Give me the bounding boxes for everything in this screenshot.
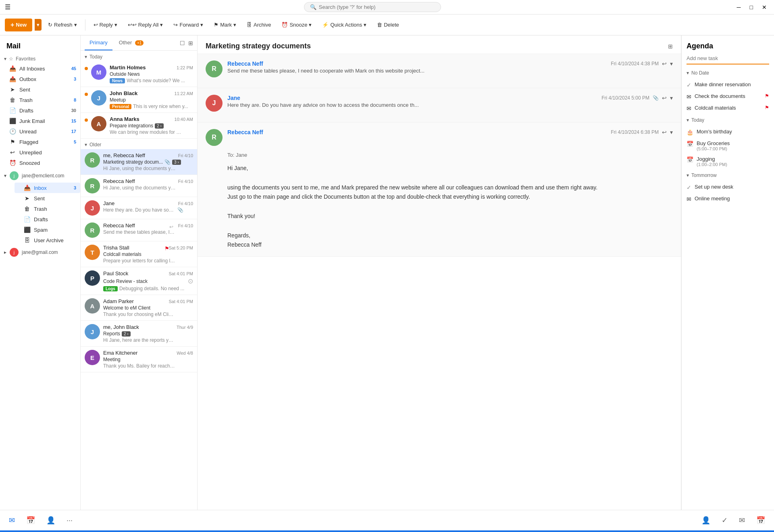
nav-calendar-button[interactable]: 📅 xyxy=(24,513,37,527)
thread-expand-button[interactable]: ▾ xyxy=(670,129,673,135)
agenda-item-text: Coldcall materials xyxy=(695,105,762,111)
delete-icon: 🗑 xyxy=(377,22,382,28)
right-mail-button[interactable]: ✉ xyxy=(737,513,747,527)
thread-expand-button[interactable]: ▾ xyxy=(670,95,673,101)
thread-reply-button[interactable]: ↩ xyxy=(662,129,667,135)
agenda-add-task[interactable] xyxy=(687,55,769,64)
snooze-button[interactable]: ⏰ Snooze ▾ xyxy=(277,19,316,30)
quick-actions-button[interactable]: ⚡ Quick Actions ▾ xyxy=(318,19,370,30)
maximize-button[interactable]: □ xyxy=(747,3,755,11)
chevron-down-icon: ▾ xyxy=(85,142,87,148)
sidebar-item-all-inboxes[interactable]: 📥 All Inboxes 45 xyxy=(0,63,80,74)
thread-reply-button[interactable]: ↩ xyxy=(662,95,667,101)
nav-contacts-button[interactable]: 👤 xyxy=(44,513,58,527)
agenda-section-today[interactable]: ▾ Today xyxy=(687,117,769,123)
new-label: New xyxy=(16,22,27,28)
sidebar-item-outbox[interactable]: 📤 Outbox 3 xyxy=(0,74,80,84)
email-time: 1:22 PM xyxy=(177,65,193,70)
sidebar-item-account1-sent[interactable]: ➤ Sent xyxy=(15,193,80,204)
email-content: me, John Black Thur 4/9 Reports 2 › Hi J… xyxy=(103,324,193,343)
refresh-button[interactable]: ↻ Refresh ▾ xyxy=(44,19,81,30)
select-all-button[interactable]: ☐ xyxy=(180,40,185,46)
sidebar-item-junk[interactable]: ⬛ Junk Email 15 xyxy=(0,116,80,126)
email-item[interactable]: P Paul Stock Sat 4:01 PM Code Review - s… xyxy=(81,267,197,295)
sidebar-item-trash[interactable]: 🗑 Trash 8 xyxy=(0,95,80,105)
delete-button[interactable]: 🗑 Delete xyxy=(373,19,403,30)
sidebar-item-unread[interactable]: 🕐 Unread 17 xyxy=(0,126,80,137)
favorites-header[interactable]: ▾ ☆ Favorites xyxy=(0,54,80,63)
thread-sender: Rebecca Neff xyxy=(227,60,263,67)
sidebar-item-unreplied[interactable]: ↩ Unreplied xyxy=(0,147,80,158)
reply-button[interactable]: ↩ Reply ▾ xyxy=(89,19,121,30)
agenda-section-label: Tommorrow xyxy=(691,172,717,178)
sidebar-item-sent[interactable]: ➤ Sent xyxy=(0,84,80,95)
search-input[interactable] xyxy=(319,4,432,10)
right-tasks-button[interactable]: ✓ xyxy=(719,513,730,527)
sidebar-item-account1-drafts[interactable]: 📄 Drafts xyxy=(15,214,80,224)
email-item[interactable]: J Jane Fri 4/10 Here they are. Do you ha… xyxy=(81,197,197,219)
email-content: Adam Parker Sat 4:01 PM Welcome to eM Cl… xyxy=(103,298,193,317)
agenda-section-label: Today xyxy=(691,117,704,123)
mark-chevron: ▾ xyxy=(233,22,236,28)
email-item[interactable]: M Martin Holmes 1:22 PM Outside News New… xyxy=(81,61,197,87)
agenda-section-tomorrow[interactable]: ▾ Tommorrow xyxy=(687,172,769,178)
unread-dot xyxy=(85,118,88,122)
tab-primary[interactable]: Primary xyxy=(85,35,112,50)
new-button[interactable]: + New xyxy=(5,19,32,31)
reply-all-button[interactable]: ↩↩ Reply All ▾ xyxy=(124,19,167,30)
sidebar-item-flagged[interactable]: ⚑ Flagged 5 xyxy=(0,137,80,147)
agenda-section-no-date[interactable]: ▾ No Date xyxy=(687,70,769,76)
filter-button[interactable]: ⊞ xyxy=(188,40,193,46)
email-viewer: Marketing strategy documents ⊞ R Rebecca… xyxy=(198,35,681,510)
new-dropdown-arrow[interactable]: ▾ xyxy=(35,19,42,31)
account-jane-emclient[interactable]: ▾ j jane@emclient.com xyxy=(0,169,80,183)
right-contacts-button[interactable]: 👤 xyxy=(699,513,713,527)
refresh-icon: ↻ xyxy=(48,22,52,28)
forward-button[interactable]: ↪ Forward ▾ xyxy=(169,19,207,30)
account-jane-gmail[interactable]: ▸ j jane@gmail.com xyxy=(0,245,80,259)
minimize-button[interactable]: ─ xyxy=(734,3,743,11)
title-bar-left: ☰ xyxy=(5,3,10,11)
favorites-star-icon: ☆ xyxy=(9,56,13,62)
flag-icon: ⚑ xyxy=(765,105,769,110)
search-bar[interactable]: 🔍 xyxy=(304,2,441,12)
thread-reply-button[interactable]: ↩ xyxy=(662,60,667,67)
sidebar-item-label: Spam xyxy=(34,227,76,233)
sidebar-item-account1-trash[interactable]: 🗑 Trash xyxy=(15,204,80,214)
thread-preview: Here they are. Do you have any advice on… xyxy=(227,101,673,109)
sidebar-item-account1-spam[interactable]: ⬛ Spam xyxy=(15,224,80,235)
tab-other[interactable]: Other +1 xyxy=(114,35,149,50)
email-task-icon: ✉ xyxy=(687,196,691,202)
email-item[interactable]: J me, John Black Thur 4/9 Reports 2 › Hi… xyxy=(81,321,197,347)
sidebar-item-drafts[interactable]: 📄 Drafts 30 xyxy=(0,105,80,116)
archive-button[interactable]: 🗄 Archive xyxy=(243,19,275,30)
right-calendar-button[interactable]: 📅 xyxy=(754,513,768,527)
agenda-title: Agenda xyxy=(687,42,769,50)
email-item[interactable]: J John Black 11:22 AM Meetup Personal Th… xyxy=(81,87,197,113)
email-time: 10:40 AM xyxy=(175,117,193,122)
close-button[interactable]: ✕ xyxy=(759,3,769,11)
email-time: 11:22 AM xyxy=(175,91,193,96)
agenda-item: ✉ Online meeting xyxy=(687,193,769,205)
mark-button[interactable]: ⚑ Mark ▾ xyxy=(210,19,240,30)
reply-indicator: ↩ xyxy=(169,224,173,230)
email-item[interactable]: A Anna Marks 10:40 AM Prepare integratio… xyxy=(81,113,197,139)
sidebar-item-inbox[interactable]: 📥 Inbox 3 xyxy=(15,183,80,193)
nav-more-button[interactable]: ··· xyxy=(64,514,75,527)
email-item[interactable]: A Adam Parker Sat 4:01 PM Welcome to eM … xyxy=(81,295,197,321)
sidebar-item-label: Trash xyxy=(34,206,76,212)
email-item[interactable]: E Ema Kitchener Wed 4/8 Meeting Thank yo… xyxy=(81,347,197,372)
add-task-input[interactable] xyxy=(687,55,769,61)
email-item[interactable]: ⚑ T Trisha Stall Sat 5:20 PM Coldcall ma… xyxy=(81,241,197,267)
email-item[interactable]: R Rebecca Neff Fri 4/10 Hi Jane, using t… xyxy=(81,175,197,197)
thread-expand-button[interactable]: ▾ xyxy=(670,60,673,67)
email-item[interactable]: ↩ R Rebecca Neff Fri 4/10 Send me these … xyxy=(81,219,197,241)
email-sender: John Black xyxy=(110,90,137,96)
nav-mail-button[interactable]: ✉ xyxy=(6,513,17,527)
viewer-expand-button[interactable]: ⊞ xyxy=(668,43,673,50)
email-item-selected[interactable]: R me, Rebecca Neff Fri 4/10 Marketing st… xyxy=(81,149,197,175)
hamburger-menu[interactable]: ☰ xyxy=(5,3,10,11)
sidebar-item-snoozed[interactable]: ⏰ Snoozed xyxy=(0,158,80,168)
sidebar-item-user-archive[interactable]: 🗄 User Archive xyxy=(15,235,80,245)
inbox-icon: 📥 xyxy=(9,65,16,72)
